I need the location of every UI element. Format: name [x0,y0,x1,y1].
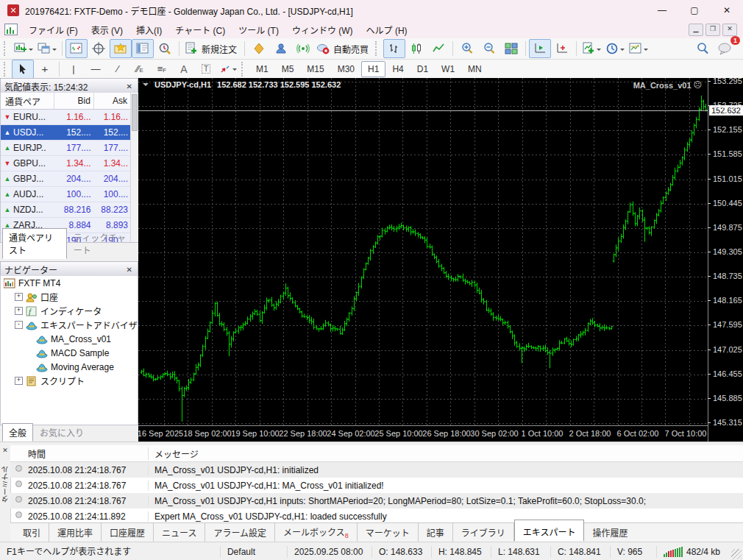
navigator-item[interactable]: MA_Cross_v01 [1,332,138,346]
terminal-tab[interactable]: メールボックス8 [275,522,358,542]
strategy-tester-button[interactable] [154,39,176,58]
new-chart-button[interactable] [12,39,35,58]
market-watch-toggle[interactable] [65,39,88,58]
profiles-button[interactable] [35,39,59,58]
market-watch-close-icon[interactable]: ✕ [125,82,134,91]
auto-scroll-button[interactable] [529,39,551,58]
candlestick-button[interactable] [405,39,427,58]
market-watch-header[interactable]: 気配値表示: 15:24:32 ✕ [0,78,138,94]
arrows-button[interactable] [217,60,239,79]
data-window-toggle[interactable] [88,39,110,58]
community-button[interactable] [270,39,292,58]
expand-icon[interactable]: + [15,377,23,385]
timeframe-button-m1[interactable]: M1 [249,61,275,77]
menu-item[interactable]: ツール (T) [232,21,285,38]
navigator-item[interactable]: +fインディケータ [1,304,138,318]
expert-advisor-label[interactable]: MA_Cross_v01 ☹ [633,80,702,90]
status-profile[interactable]: Default [220,546,287,558]
terminal-close-icon[interactable]: ✕ [2,447,8,454]
navigator-item[interactable]: +口座 [1,290,138,304]
chart-plot[interactable] [138,78,708,425]
chart-window-icon[interactable] [4,24,18,35]
metaeditor-button[interactable] [248,39,270,58]
text-label-button[interactable]: T [195,60,217,79]
channel-button[interactable]: ∕∕E [129,60,151,79]
market-watch-row[interactable]: ▲USDJ...152....152.... [1,125,131,141]
navigator-item[interactable]: MACD Sample [1,346,138,360]
timeframe-button-h1[interactable]: H1 [361,61,385,77]
log-row[interactable]: 2025.10.08 21:24:18.767MA_Cross_v01 USDJ… [10,493,743,508]
close-button[interactable]: ✕ [711,0,743,21]
log-row[interactable]: 2025.10.08 21:24:11.892Expert MA_Cross_v… [10,508,743,523]
terminal-tab[interactable]: 取引 [15,523,49,542]
templates-button[interactable] [627,39,650,58]
menu-item[interactable]: ファイル (F) [22,21,85,38]
text-button[interactable]: A [173,60,195,79]
market-watch-tab[interactable]: ティックチャート [67,228,138,259]
expand-icon[interactable]: + [15,293,23,301]
market-watch-row[interactable]: ▼GBPU...1.34...1.34... [1,156,131,171]
time-axis[interactable]: 16 Sep 202518 Sep 02:0019 Sep 10:0022 Se… [138,425,708,442]
market-watch-row[interactable]: ▼EURU...1.16...1.16... [1,110,131,125]
line-chart-button[interactable] [427,39,449,58]
collapse-icon[interactable]: - [15,321,23,329]
navigator-toggle[interactable] [110,39,132,58]
toolbar-grip[interactable] [241,62,246,77]
terminal-tab[interactable]: ニュース [154,523,205,542]
expand-icon[interactable]: + [15,307,23,315]
market-watch-row[interactable]: ▲EURJP..177....177.... [1,141,131,156]
zoom-in-button[interactable] [456,39,478,58]
log-row[interactable]: 2025.10.08 21:24:18.767MA_Cross_v01 USDJ… [10,478,743,493]
fibonacci-button[interactable]: ≡F [151,60,173,79]
terminal-col-time[interactable]: 時間 [10,447,149,460]
column-header[interactable]: Bid [54,93,94,109]
timeframe-button-d1[interactable]: D1 [410,61,435,77]
notifications-button[interactable]: 1 [714,39,736,58]
mdi-close-button[interactable]: ✕ [722,24,737,36]
terminal-tab[interactable]: マーケット [358,523,419,542]
timeframe-button-m15[interactable]: M15 [300,61,330,77]
timeframe-button-m5[interactable]: M5 [275,61,301,77]
terminal-tab[interactable]: 運用比率 [49,523,102,542]
market-watch-row[interactable]: ▲GBPJ...204....204.... [1,171,131,187]
chart-area[interactable]: 152.632 153.295152.725152.155151.585151.… [138,78,743,442]
navigator-tab[interactable]: お気に入り [33,423,90,442]
search-button[interactable] [692,39,714,58]
log-row[interactable]: 2025.10.08 21:24:18.767MA_Cross_v01 USDJ… [10,462,743,478]
navigator-header[interactable]: ナビゲーター ✕ [0,261,138,277]
menu-item[interactable]: 挿入(I) [129,21,168,38]
indicators-button[interactable] [580,39,603,58]
toolbar-grip[interactable] [4,41,8,56]
menu-item[interactable]: 表示 (V) [85,21,129,38]
navigator-tab[interactable]: 全般 [2,423,33,442]
maximize-button[interactable]: ▢ [678,0,711,21]
timeframe-button-mn[interactable]: MN [461,61,488,77]
menu-item[interactable]: ヘルプ (H) [360,21,414,38]
mdi-minimize-button[interactable]: ▁ [689,24,703,36]
market-watch-scrollbar[interactable] [130,93,138,243]
timeframe-button-m30[interactable]: M30 [331,61,361,77]
new-order-button[interactable]: 新規注文 [182,39,241,58]
terminal-col-message[interactable]: メッセージ [149,447,743,460]
timeframe-button-w1[interactable]: W1 [435,61,461,77]
periods-button[interactable] [603,39,627,58]
signals-button[interactable] [292,39,314,58]
toolbar-grip[interactable] [4,62,8,77]
menu-item[interactable]: チャート (C) [168,21,232,38]
zoom-out-button[interactable] [478,39,500,58]
terminal-tab[interactable]: アラーム設定 [205,523,275,542]
navigator-item[interactable]: FXTF MT4 [1,276,138,290]
terminal-tab[interactable]: 口座履歴 [102,523,154,542]
market-watch-row[interactable]: ▲AUDJ...100....100.... [1,187,131,202]
navigator-item[interactable]: +スクリプト [1,374,138,388]
autotrading-button[interactable]: 自動売買 [314,39,373,58]
column-header[interactable]: 通貨ペア [1,93,54,109]
navigator-item[interactable]: -エキスパートアドバイザ [1,318,138,332]
price-axis[interactable]: 152.632 153.295152.725152.155151.585151.… [708,78,743,442]
navigator-item[interactable]: Moving Average [1,360,138,374]
terminal-tab[interactable]: 操作履歴 [584,523,636,542]
resize-grip[interactable] [731,549,742,559]
tile-windows-button[interactable] [500,39,522,58]
terminal-tab[interactable]: ライブラリ [453,523,514,542]
horizontal-line-button[interactable]: — [85,60,107,79]
